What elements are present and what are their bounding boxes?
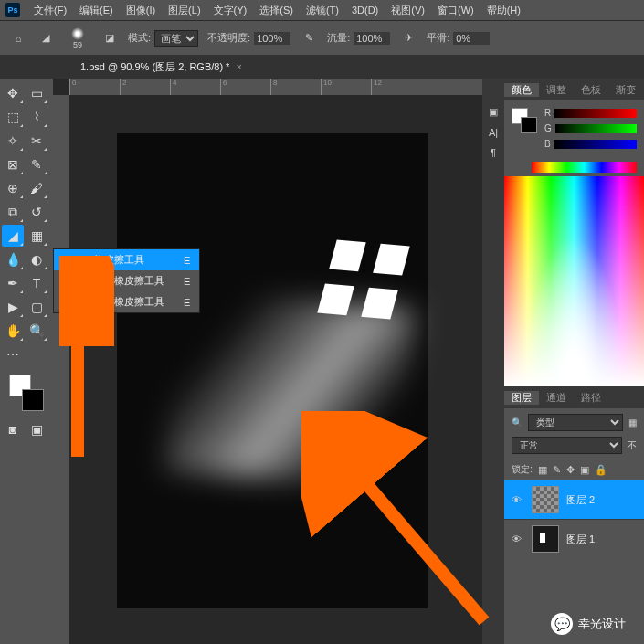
- menu-window[interactable]: 窗口(W): [431, 4, 480, 17]
- path-select-tool[interactable]: ▶: [2, 296, 24, 318]
- search-icon[interactable]: 🔍: [512, 417, 523, 428]
- lock-position-icon[interactable]: ✥: [566, 464, 575, 476]
- home-icon[interactable]: ⌂: [9, 29, 27, 48]
- crop-tool[interactable]: ✂: [26, 130, 48, 152]
- smooth-input[interactable]: [453, 32, 490, 45]
- gradient-tool[interactable]: ▦: [26, 225, 48, 247]
- lock-brush-icon[interactable]: ✎: [553, 464, 561, 476]
- eraser-tool[interactable]: ◢: [2, 225, 24, 247]
- menu-select[interactable]: 选择(S): [253, 4, 300, 17]
- ps-logo-icon: Ps: [5, 3, 20, 17]
- document-tab-bar: 1.psd @ 90.9% (图层 2, RGB/8) * ×: [0, 55, 644, 79]
- slider-r[interactable]: [554, 109, 637, 118]
- character-icon[interactable]: A|: [489, 127, 498, 138]
- tab-paths[interactable]: 路径: [574, 391, 608, 405]
- color-picker-field[interactable]: [504, 176, 644, 386]
- color-swatches[interactable]: [9, 375, 44, 411]
- pressure-opacity-icon[interactable]: ✎: [300, 29, 318, 48]
- layer-name[interactable]: 图层 1: [566, 533, 595, 546]
- filter-pixel-icon[interactable]: ▦: [628, 417, 637, 428]
- screenmode-icon[interactable]: ▣: [26, 418, 48, 440]
- blend-mode-select[interactable]: 正常: [512, 437, 622, 454]
- brush-panel-icon[interactable]: ◪: [100, 29, 119, 48]
- brush-preview[interactable]: 59: [64, 25, 91, 52]
- background-color[interactable]: [22, 389, 44, 411]
- artboard-tool[interactable]: ▭: [26, 82, 48, 104]
- layer-thumbnail[interactable]: [532, 486, 559, 513]
- color-panel-tabs: 颜色 调整 色板 渐变: [504, 79, 644, 100]
- visibility-icon[interactable]: 👁: [512, 494, 524, 505]
- properties-icon[interactable]: ▣: [489, 106, 498, 118]
- right-panels: 颜色 调整 色板 渐变 R G B 图层 通道 路径: [504, 79, 644, 644]
- tab-adjust[interactable]: 调整: [539, 83, 574, 97]
- color-panel-body: R G B: [504, 100, 644, 162]
- layer-thumbnail[interactable]: [532, 525, 559, 553]
- menu-3d[interactable]: 3D(D): [345, 5, 385, 16]
- hue-strip[interactable]: [532, 162, 637, 173]
- type-tool[interactable]: T: [26, 272, 48, 294]
- channel-r-label: R: [544, 108, 551, 118]
- flyout-shortcut: E: [184, 255, 190, 266]
- mini-swatches[interactable]: [512, 108, 537, 133]
- pen-tool[interactable]: ✒: [2, 272, 24, 294]
- tab-gradients[interactable]: 渐变: [608, 83, 643, 97]
- lock-pixels-icon[interactable]: ▦: [538, 464, 547, 476]
- tab-layers[interactable]: 图层: [504, 391, 539, 405]
- lock-artboard-icon[interactable]: ▣: [580, 464, 589, 476]
- menu-file[interactable]: 文件(F): [27, 4, 73, 17]
- menu-help[interactable]: 帮助(H): [480, 4, 527, 17]
- layer-filter-select[interactable]: 类型: [528, 414, 623, 431]
- tool-preset-icon[interactable]: ◢: [37, 29, 55, 48]
- hand-tool[interactable]: ✋: [2, 320, 24, 342]
- tab-channels[interactable]: 通道: [539, 391, 574, 405]
- menu-bar: Ps 文件(F) 编辑(E) 图像(I) 图层(L) 文字(Y) 选择(S) 滤…: [0, 0, 644, 20]
- zoom-tool[interactable]: 🔍: [26, 320, 48, 342]
- lock-all-icon[interactable]: 🔒: [595, 464, 607, 476]
- history-brush-tool[interactable]: ↺: [26, 201, 48, 223]
- menu-view[interactable]: 视图(V): [385, 4, 431, 17]
- brush-size-label: 59: [73, 40, 82, 49]
- slider-b[interactable]: [554, 140, 637, 149]
- tab-close-icon[interactable]: ×: [236, 61, 241, 72]
- layer-name[interactable]: 图层 2: [566, 493, 595, 507]
- healing-tool[interactable]: ⊕: [2, 177, 24, 199]
- eyedropper-tool[interactable]: ✎: [26, 153, 48, 175]
- quickmask-icon[interactable]: ◙: [2, 418, 24, 440]
- paragraph-icon[interactable]: ¶: [491, 147, 496, 158]
- marquee-tool[interactable]: ⬚: [2, 106, 24, 128]
- smooth-label: 平滑:: [427, 31, 449, 45]
- menu-layer[interactable]: 图层(L): [162, 4, 206, 17]
- frame-tool[interactable]: ⊠: [2, 153, 24, 175]
- menu-type[interactable]: 文字(Y): [207, 4, 254, 17]
- mini-background[interactable]: [521, 117, 537, 133]
- mode-label: 模式:: [128, 31, 151, 45]
- tab-swatches[interactable]: 色板: [574, 83, 608, 97]
- blur-tool[interactable]: 💧: [2, 248, 24, 270]
- menu-image[interactable]: 图像(I): [120, 4, 162, 17]
- edit-toolbar[interactable]: ⋯: [2, 343, 24, 365]
- visibility-icon[interactable]: 👁: [512, 533, 524, 544]
- clone-tool[interactable]: ⧉: [2, 201, 24, 223]
- opacity-input[interactable]: [254, 32, 290, 45]
- lasso-tool[interactable]: ⌇: [26, 106, 48, 128]
- dodge-tool[interactable]: ◐: [26, 248, 48, 270]
- menu-edit[interactable]: 编辑(E): [73, 4, 120, 17]
- lock-label: 锁定:: [512, 463, 533, 476]
- brush-tool[interactable]: 🖌: [26, 177, 48, 199]
- move-tool[interactable]: ✥: [2, 82, 24, 104]
- toolbox: ✥ ▭ ⬚ ⌇ ✧ ✂ ⊠ ✎ ⊕ 🖌 ⧉ ↺ ◢ ▦ 💧 ◐ ✒ T ▶ ▢ …: [0, 79, 53, 644]
- airbrush-icon[interactable]: ✈: [399, 29, 417, 48]
- annotation-arrow-2: [301, 411, 502, 630]
- document-tab[interactable]: 1.psd @ 90.9% (图层 2, RGB/8) * ×: [73, 60, 249, 74]
- wechat-icon: 💬: [551, 613, 573, 635]
- shape-tool[interactable]: ▢: [26, 296, 48, 318]
- opacity-label-2: 不: [628, 439, 637, 452]
- flow-input[interactable]: [354, 32, 390, 45]
- mode-select[interactable]: 画笔: [154, 30, 198, 47]
- slider-g[interactable]: [555, 124, 637, 133]
- magic-wand-tool[interactable]: ✧: [2, 130, 24, 152]
- layer-item[interactable]: 👁 图层 2: [504, 480, 644, 519]
- layer-item[interactable]: 👁 图层 1: [504, 519, 644, 558]
- tab-color[interactable]: 颜色: [504, 83, 539, 97]
- menu-filter[interactable]: 滤镜(T): [300, 4, 345, 17]
